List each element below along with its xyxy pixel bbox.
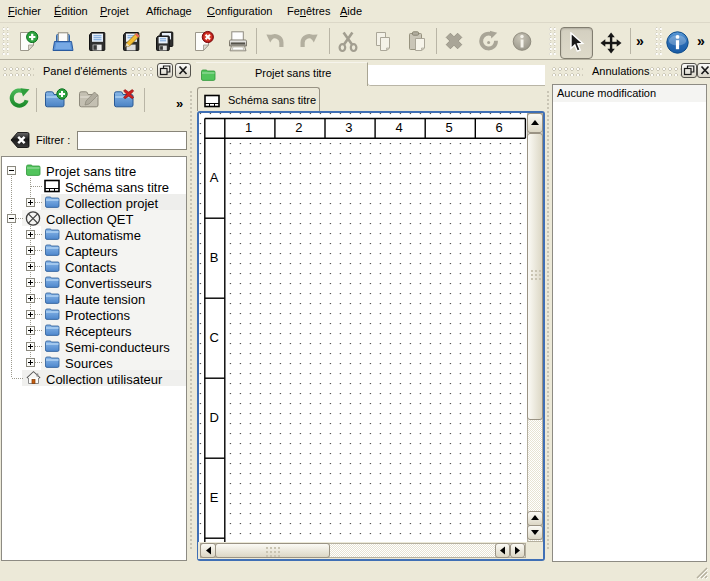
svg-text:6: 6 bbox=[496, 120, 503, 135]
svg-text:B: B bbox=[210, 250, 219, 265]
svg-text:D: D bbox=[210, 410, 219, 425]
svg-text:4: 4 bbox=[395, 120, 402, 135]
svg-text:1: 1 bbox=[245, 120, 252, 135]
svg-text:2: 2 bbox=[295, 120, 302, 135]
svg-text:C: C bbox=[210, 330, 219, 345]
svg-text:E: E bbox=[210, 490, 219, 505]
svg-text:A: A bbox=[210, 170, 219, 185]
svg-text:5: 5 bbox=[445, 120, 452, 135]
svg-text:3: 3 bbox=[345, 120, 352, 135]
